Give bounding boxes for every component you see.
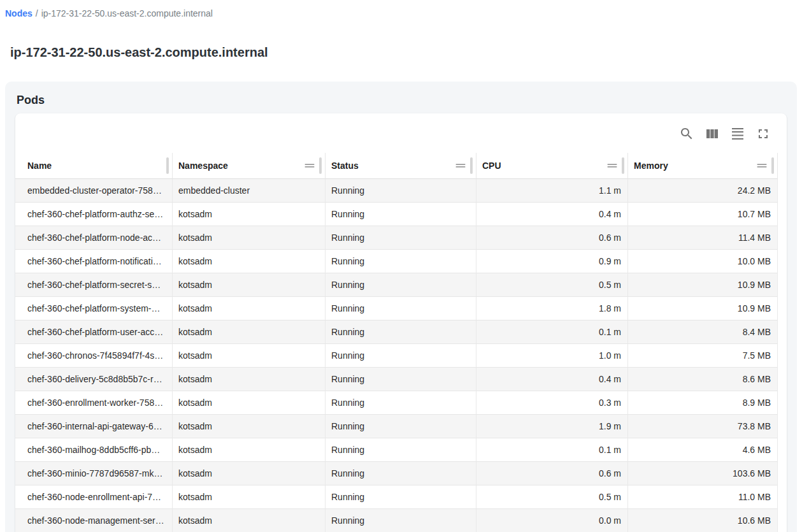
cell-memory: 103.6 MB: [628, 462, 778, 485]
pods-card: Pods: [5, 82, 797, 532]
cell-namespace: kotsadm: [173, 320, 326, 344]
cell-status: Running: [326, 250, 476, 273]
cell-cpu: 0.1 m: [476, 438, 628, 462]
cell-cpu: 1.8 m: [476, 297, 628, 320]
cell-name: chef-360-enrollment-worker-758…: [15, 391, 173, 415]
cell-namespace: kotsadm: [173, 485, 326, 509]
column-header-label: Memory: [634, 161, 668, 171]
table-row: chef-360-mailhog-8ddb5cff6-pb…kotsadmRun…: [15, 438, 778, 462]
table-row: chef-360-chef-platform-node-ac…kotsadmRu…: [15, 226, 778, 250]
toggle-fullscreen-button[interactable]: [751, 122, 775, 147]
cell-namespace: kotsadm: [173, 203, 326, 226]
density-icon: [730, 126, 745, 143]
breadcrumb: Nodes/ip-172-31-22-50.us-east-2.compute.…: [5, 8, 797, 18]
cell-cpu: 1.0 m: [476, 344, 628, 368]
table-row: chef-360-internal-api-gateway-6…kotsadmR…: [15, 415, 778, 438]
cell-namespace: kotsadm: [173, 462, 326, 485]
cell-namespace: kotsadm: [173, 250, 326, 273]
column-header-namespace[interactable]: Namespace: [173, 153, 326, 179]
show-hide-columns-button[interactable]: [700, 122, 724, 147]
column-resize-handle[interactable]: [166, 157, 169, 174]
column-resize-handle[interactable]: [622, 157, 624, 174]
table-row: chef-360-enrollment-worker-758…kotsadmRu…: [15, 391, 778, 415]
table-row: chef-360-chef-platform-secret-s…kotsadmR…: [15, 273, 778, 297]
column-header-status[interactable]: Status: [326, 153, 476, 179]
table-row: embedded-cluster-operator-758…embedded-c…: [15, 179, 778, 203]
cell-name: chef-360-chef-platform-notificati…: [15, 250, 173, 273]
column-drag-handle-icon[interactable]: [303, 159, 317, 173]
table-row: chef-360-chef-platform-authz-se…kotsadmR…: [15, 203, 778, 226]
cell-name: chef-360-chef-platform-node-ac…: [15, 226, 173, 250]
table-row: chef-360-node-enrollment-api-7…kotsadmRu…: [15, 485, 778, 509]
cell-namespace: kotsadm: [173, 273, 326, 297]
cell-namespace: kotsadm: [173, 297, 326, 320]
column-header-label: CPU: [482, 161, 501, 171]
cell-namespace: kotsadm: [173, 391, 326, 415]
cell-status: Running: [326, 273, 476, 297]
cell-name: chef-360-chef-platform-user-acc…: [15, 320, 173, 344]
cell-name: chef-360-chronos-7f45894f7f-4s…: [15, 344, 173, 368]
cell-memory: 11.0 MB: [628, 485, 778, 509]
cell-name: chef-360-node-enrollment-api-7…: [15, 485, 173, 509]
cell-memory: 8.9 MB: [628, 391, 778, 415]
cell-name: chef-360-node-management-ser…: [15, 509, 173, 532]
search-button[interactable]: [675, 122, 699, 147]
cell-memory: 24.2 MB: [628, 179, 778, 203]
fullscreen-icon: [755, 126, 771, 143]
cell-memory: 11.4 MB: [628, 226, 778, 250]
pods-table-body: embedded-cluster-operator-758…embedded-c…: [15, 179, 778, 532]
cell-status: Running: [326, 297, 476, 320]
cell-status: Running: [326, 438, 476, 462]
cell-status: Running: [326, 509, 476, 532]
pods-table-paper: Name Namespace Status: [15, 113, 787, 532]
cell-namespace: embedded-cluster: [173, 179, 326, 203]
cell-memory: 10.9 MB: [628, 297, 778, 320]
cell-cpu: 0.0 m: [476, 509, 628, 532]
cell-name: embedded-cluster-operator-758…: [15, 179, 173, 203]
page-title: ip-172-31-22-50.us-east-2.compute.intern…: [10, 45, 792, 60]
view-columns-icon: [705, 126, 720, 143]
cell-cpu: 0.9 m: [476, 250, 628, 273]
cell-memory: 4.6 MB: [628, 438, 778, 462]
cell-namespace: kotsadm: [173, 344, 326, 368]
column-resize-handle[interactable]: [470, 157, 473, 174]
column-header-name[interactable]: Name: [15, 153, 173, 179]
table-toolbar: [15, 113, 787, 153]
table-row: chef-360-chronos-7f45894f7f-4s…kotsadmRu…: [15, 344, 778, 368]
column-resize-handle[interactable]: [319, 157, 322, 174]
table-row: chef-360-chef-platform-user-acc…kotsadmR…: [15, 320, 778, 344]
column-header-label: Status: [331, 161, 359, 171]
cell-namespace: kotsadm: [173, 415, 326, 438]
cell-status: Running: [326, 203, 476, 226]
toggle-density-button[interactable]: [726, 122, 750, 147]
column-header-cpu[interactable]: CPU: [476, 153, 628, 179]
cell-name: chef-360-mailhog-8ddb5cff6-pb…: [15, 438, 173, 462]
cell-name: chef-360-internal-api-gateway-6…: [15, 415, 173, 438]
cell-cpu: 0.1 m: [476, 320, 628, 344]
cell-cpu: 0.6 m: [476, 226, 628, 250]
column-drag-handle-icon[interactable]: [454, 159, 468, 173]
pods-table-header: Name Namespace Status: [15, 153, 778, 179]
table-row: chef-360-node-management-ser…kotsadmRunn…: [15, 509, 778, 532]
cell-memory: 7.5 MB: [628, 344, 778, 368]
cell-memory: 10.7 MB: [628, 203, 778, 226]
cell-namespace: kotsadm: [173, 368, 326, 391]
column-drag-handle-icon[interactable]: [755, 159, 769, 173]
cell-namespace: kotsadm: [173, 438, 326, 462]
cell-status: Running: [326, 344, 476, 368]
column-resize-handle[interactable]: [771, 157, 774, 174]
cell-status: Running: [326, 462, 476, 485]
cell-memory: 8.4 MB: [628, 320, 778, 344]
cell-status: Running: [326, 415, 476, 438]
column-header-memory[interactable]: Memory: [628, 153, 778, 179]
breadcrumb-current: ip-172-31-22-50.us-east-2.compute.intern…: [41, 8, 213, 18]
table-row: chef-360-delivery-5c8d8b5b7c-r…kotsadmRu…: [15, 368, 778, 391]
cell-namespace: kotsadm: [173, 226, 326, 250]
cell-cpu: 0.4 m: [476, 368, 628, 391]
cell-memory: 10.6 MB: [628, 509, 778, 532]
column-drag-handle-icon[interactable]: [605, 159, 619, 173]
breadcrumb-link-nodes[interactable]: Nodes: [5, 8, 32, 18]
cell-cpu: 0.6 m: [476, 462, 628, 485]
table-row: chef-360-chef-platform-system-…kotsadmRu…: [15, 297, 778, 320]
cell-cpu: 1.9 m: [476, 415, 628, 438]
